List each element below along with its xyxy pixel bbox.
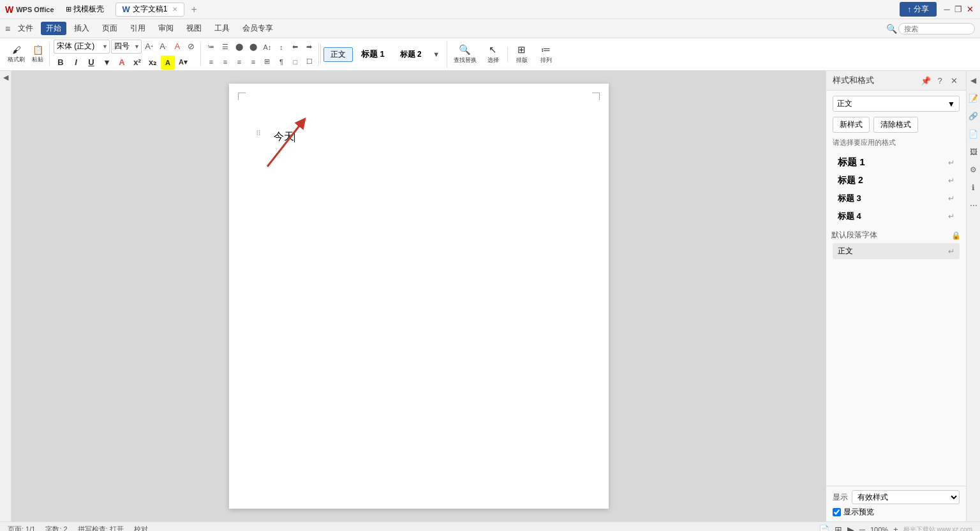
font-color-button[interactable]: A: [115, 56, 129, 70]
highlight-button[interactable]: A: [161, 56, 175, 70]
strip-icon-3[interactable]: 📄: [969, 127, 978, 141]
toolbar: 🖌 格式刷 📋 粘贴 ▼ ▼ A+: [0, 38, 980, 71]
font-color-change[interactable]: A: [171, 40, 184, 53]
proofread[interactable]: 校对: [134, 525, 148, 531]
menu-insert[interactable]: 插入: [69, 22, 94, 35]
align-right-button[interactable]: A↕: [261, 41, 274, 54]
panel-style-h4[interactable]: 标题 4 ↵: [833, 208, 960, 225]
subscript-button[interactable]: x₂: [145, 56, 160, 70]
show-preview-checkbox[interactable]: [833, 508, 841, 516]
bold-button[interactable]: B: [54, 56, 68, 70]
style-normal-button[interactable]: 正文: [323, 47, 353, 62]
indent-increase-button[interactable]: ➡: [303, 41, 316, 54]
menu-page[interactable]: 页面: [97, 22, 122, 35]
find-replace-button[interactable]: 🔍 查找替换: [450, 43, 480, 65]
font-name-input[interactable]: [56, 42, 101, 51]
strip-icon-1[interactable]: 📝: [969, 91, 978, 105]
share-icon: ↑: [907, 5, 911, 14]
clear-format-button[interactable]: 清除格式: [873, 117, 918, 133]
menu-reference[interactable]: 引用: [125, 22, 151, 35]
style-h1-button[interactable]: 标题 1: [354, 47, 392, 62]
menu-tools[interactable]: 工具: [209, 22, 235, 35]
menu-view[interactable]: 视图: [181, 22, 207, 35]
new-style-button[interactable]: 新样式: [833, 117, 870, 133]
document-text[interactable]: 今天: [274, 128, 295, 145]
strip-icon-6[interactable]: ℹ: [972, 181, 975, 195]
add-tab-button[interactable]: +: [191, 4, 197, 15]
collapse-panel-icon[interactable]: ◀: [970, 73, 976, 87]
tab-templates[interactable]: ⊞ 找模板壳: [59, 3, 110, 17]
line-spacing-button[interactable]: ↕: [275, 41, 288, 54]
page-info: 页面: 1/1: [8, 525, 35, 531]
panel-help-icon[interactable]: ?: [934, 76, 946, 86]
font-name-combo[interactable]: ▼: [54, 40, 110, 54]
panel-close-icon[interactable]: ✕: [948, 76, 960, 86]
close-doc-tab[interactable]: ✕: [172, 6, 177, 13]
panel-style-h3[interactable]: 标题 3 ↵: [833, 190, 960, 207]
menu-home[interactable]: 开始: [41, 22, 66, 35]
window-close[interactable]: ✕: [965, 4, 975, 15]
shading-button[interactable]: ☐: [303, 56, 316, 68]
zoom-in-button[interactable]: +: [893, 525, 898, 531]
align-left-button[interactable]: ⬤: [233, 41, 246, 54]
canvas-area[interactable]: ⠿ 今天: [11, 71, 826, 521]
select-button[interactable]: ↖ 选择: [482, 43, 505, 65]
paste-button[interactable]: 📋 粘贴: [29, 43, 47, 65]
tab-doc[interactable]: W 文字文稿1 ✕: [115, 3, 185, 17]
align-left2-button[interactable]: ≡: [205, 56, 218, 68]
styles-more-button[interactable]: ▼: [430, 48, 443, 61]
indent-decrease-button[interactable]: ⬅: [289, 41, 302, 54]
zoom-out-button[interactable]: ─: [859, 525, 865, 531]
strip-icon-5[interactable]: ⚙: [970, 163, 977, 177]
drag-handle[interactable]: ⠿: [256, 130, 261, 138]
menu-member[interactable]: 会员专享: [237, 22, 278, 35]
panel-pin-icon[interactable]: 📌: [920, 76, 932, 86]
numbering-button[interactable]: ☰: [219, 41, 232, 54]
arrange-button[interactable]: ≔ 排列: [535, 43, 558, 65]
align-center2-button[interactable]: ≡: [219, 56, 232, 68]
border-button[interactable]: □: [289, 56, 302, 68]
left-collapse-btn[interactable]: ◀: [3, 73, 8, 82]
panel-style-normal[interactable]: 正文 ↵: [833, 243, 960, 259]
window-restore[interactable]: ❐: [953, 4, 963, 15]
justify-button[interactable]: ≡: [247, 56, 260, 68]
search-input[interactable]: [898, 23, 975, 34]
italic-button[interactable]: I: [69, 56, 83, 70]
strip-icon-2[interactable]: 🔗: [969, 109, 978, 123]
underline-button[interactable]: U: [84, 56, 98, 70]
panel-style-lock[interactable]: 默认段落字体 🔒: [826, 227, 966, 243]
align-center-button[interactable]: ⬤: [247, 41, 260, 54]
strikethrough-button[interactable]: ▾: [100, 56, 114, 70]
decrease-font-button[interactable]: A-: [157, 40, 170, 53]
text-fill-button[interactable]: A▾: [176, 56, 190, 70]
font-size-dropdown-arrow[interactable]: ▼: [134, 43, 140, 50]
clear-format-button[interactable]: ⊘: [185, 40, 198, 53]
panel-style-dropdown[interactable]: 正文 ▼: [833, 96, 960, 112]
window-minimize[interactable]: ─: [942, 4, 952, 15]
paragraph-marks-button[interactable]: ¶: [275, 56, 288, 68]
font-size-combo[interactable]: ▼: [111, 40, 142, 54]
display-select[interactable]: 有效样式 所有样式 自定义: [852, 490, 960, 504]
format-painter-button[interactable]: 🖌 格式刷: [5, 43, 27, 65]
view-normal-icon[interactable]: 📄: [819, 525, 829, 532]
font-size-input[interactable]: [113, 42, 133, 51]
font-name-dropdown-arrow[interactable]: ▼: [102, 43, 108, 50]
menu-review[interactable]: 审阅: [153, 22, 179, 35]
panel-style-h1[interactable]: 标题 1 ↵: [833, 154, 960, 171]
increase-font-button[interactable]: A+: [143, 40, 156, 53]
strip-icon-7[interactable]: ⋯: [970, 198, 977, 213]
menu-hamburger[interactable]: ≡: [5, 24, 10, 34]
align-right2-button[interactable]: ≡: [233, 56, 246, 68]
view-layout-icon[interactable]: ⊞: [835, 525, 842, 532]
document-text-block[interactable]: ⠿ 今天: [274, 128, 564, 145]
bullets-button[interactable]: ≔: [205, 41, 218, 54]
style-h2-button[interactable]: 标题 2: [393, 47, 429, 62]
menu-file[interactable]: 文件: [13, 22, 38, 35]
panel-style-h2[interactable]: 标题 2 ↵: [833, 172, 960, 189]
strip-icon-4[interactable]: 🖼: [970, 145, 977, 159]
view-outline-icon[interactable]: ▶: [847, 525, 854, 532]
col-layout-button[interactable]: ⊞: [261, 56, 274, 68]
typeset-button[interactable]: ⊞ 排版: [510, 43, 533, 65]
share-button[interactable]: ↑ 分享: [900, 2, 937, 17]
superscript-button[interactable]: x²: [130, 56, 144, 70]
